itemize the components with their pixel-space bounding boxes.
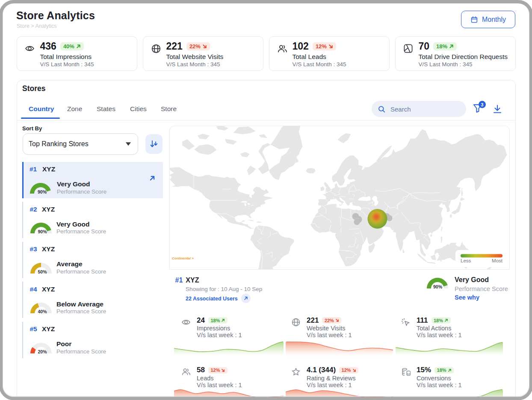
svg-text:Continental >: Continental > bbox=[172, 256, 194, 260]
svg-text:Less: Less bbox=[461, 258, 471, 263]
svg-text:Most: Most bbox=[492, 258, 503, 263]
